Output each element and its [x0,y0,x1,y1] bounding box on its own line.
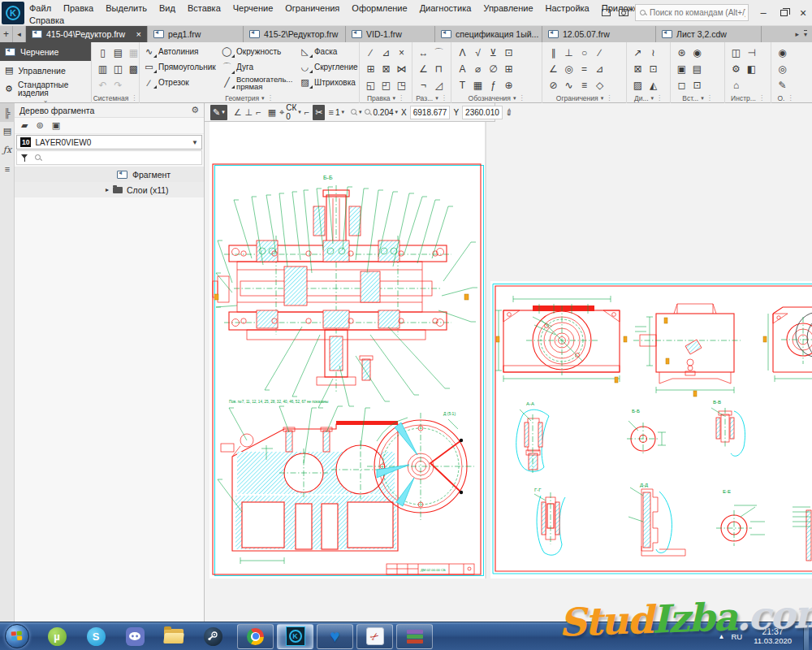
tool-icon[interactable]: ∕ [592,45,607,61]
zoom-area-button[interactable]: ▾ [351,109,362,115]
group-label[interactable]: Системная⋮ [92,93,139,103]
new-tab-button[interactable]: + [0,26,13,42]
close-button[interactable]: × [795,6,811,20]
tool-icon[interactable]: A [455,61,470,77]
tab-pin-icon[interactable]: ▾ [804,30,807,38]
tool-icon[interactable]: ◫ [110,61,126,77]
group-label[interactable]: Вст...▾⋮ [671,93,724,103]
tool-icon[interactable]: ▯ [95,45,110,61]
tool-icon[interactable]: ⊻ [486,45,501,61]
tool-hatch[interactable]: ▨Штриховка [299,75,358,90]
tool-icon[interactable]: ◰ [378,77,394,93]
variables-panel-icon[interactable]: ƒx [0,141,15,159]
expand-arrow-icon[interactable]: ▸ [106,186,109,193]
tool-icon[interactable]: = [577,61,592,77]
tree-node-fragment[interactable]: Фрагмент [15,167,204,182]
tool-icon[interactable]: ◱ [363,77,378,93]
menu-view[interactable]: Вид [159,3,175,13]
tab-reduktor-415-04[interactable]: 415-04\Редуктор.frw × [26,26,148,42]
tree-panel-icon[interactable]: ╠ [0,103,15,122]
tool-chamfer[interactable]: ◺Фаска [299,44,358,59]
tool-icon[interactable]: ⌂ [728,77,744,93]
tool-icon[interactable]: ⊞ [501,61,516,77]
menu-constraints[interactable]: Ограничения [285,3,339,13]
start-button[interactable] [5,624,29,648]
tool-icon[interactable]: ≀ [646,45,661,61]
tool-icon[interactable]: ∕ [363,45,378,61]
tool-construction-line[interactable]: ╱ Вспомогатель...прямая [221,75,292,90]
tool-icon[interactable]: ▥ [95,61,110,77]
corner-mode-icon[interactable]: ⌐ [304,107,309,117]
tool-icon[interactable]: ▣ [674,61,689,77]
tool-icon[interactable]: ◉ [689,45,705,61]
menu-diagnostics[interactable]: Диагностика [420,3,472,13]
grid-icon[interactable]: ▦ [268,107,276,118]
tool-icon[interactable]: ▤ [689,61,705,77]
gear-icon[interactable]: ⚙ [191,105,199,115]
menu-edit[interactable]: Правка [63,3,93,13]
trim-button[interactable]: ✂ [313,105,325,120]
tool-icon[interactable]: ▦ [470,77,486,93]
capture-button[interactable] [616,6,631,20]
tool-icon[interactable]: ◧ [744,61,759,77]
tool-icon[interactable]: ⊿ [592,61,607,77]
coordinate-system-selector[interactable]: ⌖ СК 0▾ [279,103,301,121]
taskbar-kompas-button[interactable]: K [277,624,313,649]
tool-icon[interactable]: ⊥ [561,45,577,61]
tool-circle[interactable]: ◯Окружность [221,44,292,59]
tool-icon[interactable]: ↗ [630,45,646,61]
tab-12-05-07[interactable]: 12.05.07.frw [542,26,656,42]
taskbar-steam-icon[interactable] [202,626,223,647]
tool-icon[interactable]: ◭ [646,77,661,93]
tool-icon[interactable]: ↔ [416,45,431,61]
tab-scroll-left[interactable]: ◂ [13,26,26,42]
tool-icon[interactable]: ⊡ [689,77,705,93]
snap-angle-icon[interactable]: ∠ [234,107,242,118]
hidden-icons-arrow[interactable]: ▲ [719,633,725,640]
tab-red1[interactable]: ред1.frw [148,26,244,42]
filter-icon[interactable] [21,154,28,162]
menu-file[interactable]: Файл [29,3,51,13]
tool-icon[interactable]: ⊛ [674,45,689,61]
taskbar-clock[interactable]: 21:37 11.03.2020 [749,626,797,646]
tool-icon[interactable]: ◳ [394,77,409,93]
layer-groups-icon[interactable]: ⊚ [36,120,43,131]
tool-icon[interactable]: ∠ [416,61,431,77]
minimize-button[interactable]: – [755,6,771,20]
tool-icon[interactable]: ⊓ [431,61,447,77]
tree-node-layers[interactable]: ▸ Слои (x11) [15,182,204,197]
group-label[interactable]: Ди...▾⋮ [627,93,670,103]
tool-icon[interactable]: ⊡ [646,61,661,77]
tool-icon[interactable]: T [455,77,470,93]
window-layout-button[interactable] [598,6,613,20]
tab-vid-1[interactable]: VID-1.frw [346,26,435,42]
zoom-scale-selector[interactable]: 0.204▾ [365,108,398,117]
tab-list-3-2[interactable]: Лист 3,2.cdw [656,26,762,42]
tool-icon[interactable]: ◫ [728,45,744,61]
tool-icon[interactable]: ↷ [110,77,126,93]
group-label[interactable]: Геометрия▾⋮ [140,93,359,103]
tool-icon[interactable]: ⌒ [431,45,447,61]
restore-button[interactable] [775,6,792,20]
tool-rectangle[interactable]: ▭Прямоугольник [143,59,216,75]
layer-selector[interactable]: ≡ 1▾ [328,107,344,117]
tool-icon[interactable]: ∅ [486,61,501,77]
snap-ortho-icon[interactable]: ⌐ [256,107,261,117]
tool-icon[interactable]: ✎ [775,77,790,93]
tool-icon[interactable]: ⚙ [728,61,744,77]
menu-drawing[interactable]: Черчение [233,3,274,13]
mode-standard-parts[interactable]: ⚙ Стандартныеизделия [0,80,91,98]
tool-icon[interactable]: ≡ [577,77,592,93]
group-label[interactable]: Обозначения▾⋮ [451,93,542,103]
menu-settings[interactable]: Настройка [546,3,590,13]
tool-segment[interactable]: ∕Отрезок [143,75,216,90]
taskbar-discord-icon[interactable] [124,626,145,647]
tool-icon[interactable]: ◿ [431,77,447,93]
taskbar-skype-icon[interactable]: S [85,626,106,647]
mode-management[interactable]: ▤ Управление [0,61,91,80]
menu-insert[interactable]: Вставка [188,3,221,13]
tool-fillet[interactable]: ◡Скругление [299,59,358,75]
search-input[interactable] [650,8,745,17]
layer-selector[interactable]: 10 LAYER0VIEW0 ▼ [16,135,202,150]
taskbar-explorer-icon[interactable] [163,626,184,647]
